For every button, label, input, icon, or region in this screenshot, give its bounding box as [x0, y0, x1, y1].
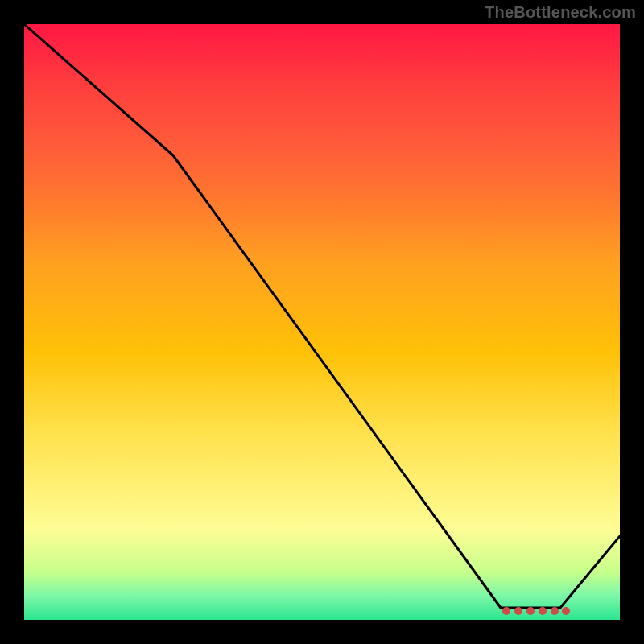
watermark-text: TheBottleneck.com	[485, 3, 636, 22]
svg-point-3	[539, 607, 547, 615]
svg-point-2	[526, 607, 535, 615]
plot-area	[24, 24, 620, 620]
chart-svg	[24, 24, 620, 620]
svg-point-1	[514, 607, 522, 615]
svg-point-0	[502, 607, 510, 615]
svg-point-4	[551, 607, 559, 615]
chart-frame: TheBottleneck.com	[0, 0, 644, 644]
bottleneck-curve	[24, 24, 620, 608]
svg-point-5	[562, 607, 570, 615]
